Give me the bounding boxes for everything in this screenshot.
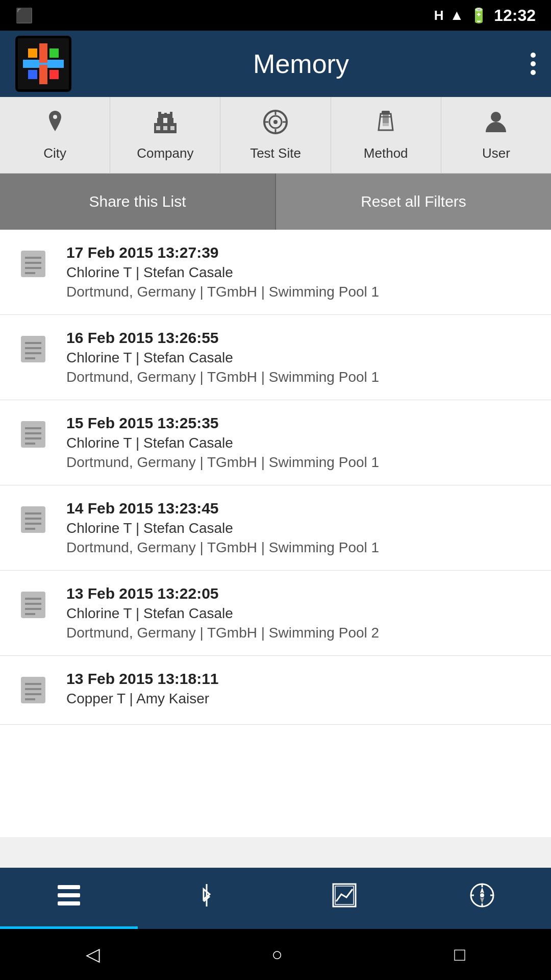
city-label: City xyxy=(43,145,66,161)
method-icon xyxy=(372,109,399,141)
filter-tabs: City Company xyxy=(0,97,551,174)
app-header: Memory xyxy=(0,31,551,97)
svg-rect-5 xyxy=(23,60,39,68)
list-item-method: Chlorine T | Stefan Casale xyxy=(66,435,536,451)
list-item-location: Dortmund, Germany | TGmbH | Swimming Poo… xyxy=(66,454,536,471)
filter-tab-company[interactable]: Company xyxy=(110,97,220,173)
list-item-date: 15 Feb 2015 13:25:35 xyxy=(66,414,536,432)
app-logo xyxy=(15,36,71,92)
list-item-method: Copper T | Amy Kaiser xyxy=(66,691,536,707)
list-item-content: 15 Feb 2015 13:25:35 Chlorine T | Stefan… xyxy=(66,414,536,471)
svg-rect-17 xyxy=(170,112,172,118)
testsite-label: Test Site xyxy=(250,145,301,161)
company-label: Company xyxy=(137,145,193,161)
company-icon xyxy=(152,109,179,141)
svg-rect-20 xyxy=(170,126,174,130)
reset-filters-button[interactable]: Reset all Filters xyxy=(276,174,551,230)
list-item[interactable]: 16 Feb 2015 13:26:55 Chlorine T | Stefan… xyxy=(0,315,551,400)
list-item-icon xyxy=(15,502,51,537)
svg-marker-77 xyxy=(480,897,484,903)
list-item-date: 13 Feb 2015 13:22:05 xyxy=(66,585,536,602)
filter-tab-method[interactable]: Method xyxy=(331,97,441,173)
battery-icon: 🔋 xyxy=(470,7,488,24)
memory-list: 17 Feb 2015 13:27:39 Chlorine T | Stefan… xyxy=(0,230,551,837)
list-item-icon xyxy=(15,587,51,623)
list-item-method: Chlorine T | Stefan Casale xyxy=(66,350,536,366)
user-label: User xyxy=(482,145,510,161)
svg-point-32 xyxy=(382,111,390,114)
app-title: Memory xyxy=(71,48,531,79)
list-item[interactable]: 13 Feb 2015 13:22:05 Chlorine T | Stefan… xyxy=(0,571,551,656)
list-item-date: 17 Feb 2015 13:27:39 xyxy=(66,244,536,261)
list-item-location: Dortmund, Germany | TGmbH | Swimming Poo… xyxy=(66,625,536,641)
filter-tab-user[interactable]: User xyxy=(441,97,551,173)
filter-tab-testsite[interactable]: Test Site xyxy=(220,97,331,173)
nav-bluetooth-icon xyxy=(193,882,220,915)
testsite-icon xyxy=(262,109,289,141)
svg-rect-7 xyxy=(28,48,37,58)
nav-list-icon xyxy=(56,882,82,915)
svg-rect-16 xyxy=(164,113,167,118)
list-item-method: Chlorine T | Stefan Casale xyxy=(66,520,536,536)
list-item-content: 13 Feb 2015 13:22:05 Chlorine T | Stefan… xyxy=(66,585,536,641)
list-item[interactable]: 14 Feb 2015 13:23:45 Chlorine T | Stefan… xyxy=(0,485,551,571)
nav-compass-icon xyxy=(469,882,495,915)
svg-rect-4 xyxy=(39,65,47,84)
list-item[interactable]: 15 Feb 2015 13:25:35 Chlorine T | Stefan… xyxy=(0,400,551,485)
share-list-button[interactable]: Share this List xyxy=(0,174,276,230)
nav-item-chart[interactable] xyxy=(276,868,413,929)
photo-icon: ⬛ xyxy=(15,7,33,24)
recent-button[interactable]: □ xyxy=(454,944,465,965)
h-badge: H xyxy=(434,8,444,23)
status-bar: ⬛ H ▲ 🔋 12:32 xyxy=(0,0,551,31)
nav-item-compass[interactable] xyxy=(413,868,551,929)
svg-rect-8 xyxy=(49,48,59,58)
svg-rect-65 xyxy=(58,893,80,897)
list-item-icon xyxy=(15,672,51,708)
home-button[interactable]: ○ xyxy=(271,944,283,965)
list-item-date: 13 Feb 2015 13:18:11 xyxy=(66,670,536,688)
svg-rect-13 xyxy=(167,118,173,123)
list-item-content: 14 Feb 2015 13:23:45 Chlorine T | Stefan… xyxy=(66,500,536,556)
android-nav-bar: ◁ ○ □ xyxy=(0,929,551,980)
method-label: Method xyxy=(364,145,408,161)
svg-rect-30 xyxy=(383,114,389,123)
action-buttons: Share this List Reset all Filters xyxy=(0,174,551,230)
filter-tab-city[interactable]: City xyxy=(0,97,110,173)
list-item-date: 16 Feb 2015 13:26:55 xyxy=(66,329,536,347)
city-icon xyxy=(42,109,68,141)
list-item-content: 13 Feb 2015 13:18:11 Copper T | Amy Kais… xyxy=(66,670,536,710)
signal-icon: ▲ xyxy=(449,7,464,23)
back-button[interactable]: ◁ xyxy=(86,944,100,965)
svg-rect-66 xyxy=(58,901,80,905)
list-item-location: Dortmund, Germany | TGmbH | Swimming Poo… xyxy=(66,284,536,300)
list-item[interactable]: 17 Feb 2015 13:27:39 Chlorine T | Stefan… xyxy=(0,230,551,315)
svg-point-23 xyxy=(273,120,278,124)
list-item-icon xyxy=(15,416,51,452)
menu-button[interactable] xyxy=(531,53,536,75)
svg-rect-18 xyxy=(156,126,160,130)
svg-rect-10 xyxy=(49,70,59,79)
list-item-icon xyxy=(15,331,51,367)
list-item-method: Chlorine T | Stefan Casale xyxy=(66,264,536,281)
nav-chart-icon xyxy=(331,882,358,915)
svg-point-33 xyxy=(491,112,501,122)
list-item-location: Dortmund, Germany | TGmbH | Swimming Poo… xyxy=(66,540,536,556)
svg-rect-15 xyxy=(158,112,161,118)
svg-rect-3 xyxy=(39,43,47,63)
nav-item-bluetooth[interactable] xyxy=(138,868,276,929)
nav-item-list[interactable] xyxy=(0,868,138,929)
list-item-content: 17 Feb 2015 13:27:39 Chlorine T | Stefan… xyxy=(66,244,536,300)
svg-point-71 xyxy=(480,893,484,897)
list-item-location: Dortmund, Germany | TGmbH | Swimming Poo… xyxy=(66,369,536,385)
svg-rect-64 xyxy=(58,885,80,889)
list-item-icon xyxy=(15,246,51,282)
user-icon xyxy=(483,109,509,141)
bottom-nav xyxy=(0,868,551,929)
list-item-method: Chlorine T | Stefan Casale xyxy=(66,605,536,622)
svg-marker-76 xyxy=(480,887,484,893)
svg-rect-12 xyxy=(157,118,163,123)
list-item-date: 14 Feb 2015 13:23:45 xyxy=(66,500,536,517)
svg-rect-19 xyxy=(163,126,167,130)
list-item[interactable]: 13 Feb 2015 13:18:11 Copper T | Amy Kais… xyxy=(0,656,551,725)
